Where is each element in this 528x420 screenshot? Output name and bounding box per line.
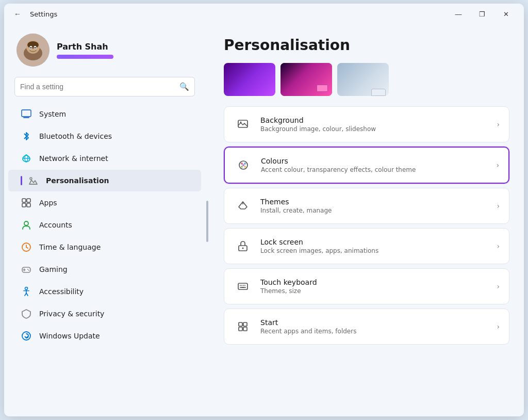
sidebar-item-gaming[interactable]: Gaming: [8, 259, 201, 280]
themes-chevron: ›: [497, 202, 500, 210]
scrollbar-thumb: [206, 201, 208, 242]
setting-card-background: Background Background image, colour, sli…: [224, 106, 509, 142]
window-controls: — ❐ ✕: [447, 5, 518, 23]
background-text: Background Background image, colour, sli…: [260, 116, 488, 133]
setting-card-themes: Themes Install, create, manage ›: [224, 188, 509, 224]
start-desc: Recent apps and items, folders: [260, 328, 488, 335]
setting-row-background[interactable]: Background Background image, colour, sli…: [224, 107, 509, 142]
apps-icon: [21, 197, 32, 208]
time-icon: [21, 241, 32, 253]
colours-icon: [234, 156, 253, 174]
sidebar-item-time[interactable]: Time & language: [8, 236, 201, 258]
sidebar-item-accounts[interactable]: Accounts: [8, 214, 201, 236]
svg-rect-8: [22, 110, 31, 117]
setting-card-lock-screen: Lock screen Lock screen images, apps, an…: [224, 228, 509, 264]
avatar: [16, 34, 50, 67]
sidebar-item-personalisation[interactable]: Personalisation: [8, 170, 201, 191]
settings-window: ← Settings — ❐ ✕: [4, 4, 524, 416]
close-button[interactable]: ✕: [494, 5, 518, 23]
setting-card-start: Start Recent apps and items, folders ›: [224, 309, 509, 345]
settings-list: Background Background image, colour, sli…: [224, 106, 509, 345]
active-indicator: [21, 176, 22, 185]
thumb-mini-bar: [371, 89, 386, 96]
svg-point-6: [30, 47, 32, 49]
accounts-icon: [21, 219, 32, 231]
sidebar-item-network[interactable]: Network & internet: [8, 148, 201, 169]
gaming-icon: [21, 264, 32, 275]
search-input[interactable]: [20, 83, 179, 91]
touch-keyboard-desc: Themes, size: [260, 287, 488, 295]
theme-thumb-blue[interactable]: [337, 63, 389, 96]
svg-point-43: [242, 248, 244, 249]
colours-text: Colours Accent colour, transparency effe…: [261, 157, 488, 173]
lock-screen-desc: Lock screen images, apps, animations: [260, 247, 488, 254]
user-name: Parth Shah: [57, 42, 113, 52]
search-icon: 🔍: [179, 82, 189, 91]
background-name: Background: [260, 116, 488, 124]
back-button[interactable]: ←: [10, 7, 25, 21]
system-icon: [21, 108, 32, 120]
svg-rect-53: [243, 322, 247, 326]
minimize-button[interactable]: —: [447, 5, 470, 23]
maximize-button[interactable]: ❐: [470, 5, 494, 23]
content-area: Personalisation Background Background im…: [209, 24, 524, 416]
setting-card-colours: Colours Accent colour, transparency effe…: [224, 147, 509, 184]
sidebar-item-apps[interactable]: Apps: [8, 192, 201, 214]
themes-text: Themes Install, create, manage: [260, 198, 488, 214]
theme-thumb-purple[interactable]: [224, 63, 275, 96]
background-chevron: ›: [497, 120, 500, 128]
lock-screen-text: Lock screen Lock screen images, apps, an…: [260, 238, 488, 254]
svg-rect-52: [239, 322, 242, 326]
sidebar-item-privacy[interactable]: Privacy & security: [8, 303, 201, 325]
network-icon: [21, 153, 32, 164]
nav-label-accessibility: Accessibility: [39, 287, 84, 296]
user-profile[interactable]: Parth Shah: [4, 24, 205, 75]
colours-chevron: ›: [496, 161, 499, 169]
personalisation-icon: [27, 175, 39, 186]
touch-keyboard-chevron: ›: [497, 282, 500, 290]
windows-update-icon: [21, 330, 32, 342]
svg-rect-15: [27, 199, 30, 202]
background-icon: [234, 115, 252, 134]
setting-row-colours[interactable]: Colours Accent colour, transparency effe…: [225, 148, 508, 183]
touch-keyboard-name: Touch keyboard: [260, 278, 488, 286]
user-progress-bar: [57, 55, 113, 59]
sidebar-item-accessibility[interactable]: Accessibility: [8, 281, 201, 302]
lock-screen-name: Lock screen: [260, 238, 488, 246]
nav-label-bluetooth: Bluetooth & devices: [39, 132, 112, 140]
lock-screen-icon: [234, 237, 252, 255]
theme-thumb-pink[interactable]: [280, 63, 332, 96]
svg-point-38: [241, 166, 243, 168]
sidebar-scrollbar[interactable]: [205, 24, 209, 416]
svg-point-26: [28, 270, 29, 271]
setting-row-touch-keyboard[interactable]: Touch keyboard Themes, size ›: [224, 269, 509, 304]
svg-rect-14: [22, 199, 26, 202]
setting-row-themes[interactable]: Themes Install, create, manage ›: [224, 188, 509, 223]
privacy-icon: [21, 308, 32, 319]
svg-point-32: [22, 332, 30, 340]
themes-desc: Install, create, manage: [260, 207, 488, 214]
setting-row-start[interactable]: Start Recent apps and items, folders ›: [224, 309, 509, 344]
setting-card-touch-keyboard: Touch keyboard Themes, size ›: [224, 268, 509, 304]
theme-thumbnails: [224, 63, 509, 96]
nav-label-privacy: Privacy & security: [39, 310, 104, 318]
titlebar-left: ← Settings: [10, 7, 57, 21]
sidebar: Parth Shah 🔍 System Bluetooth & devices …: [4, 24, 205, 416]
main-area: Parth Shah 🔍 System Bluetooth & devices …: [4, 24, 524, 416]
nav-label-apps: Apps: [39, 199, 57, 207]
window-title: Settings: [30, 10, 57, 18]
svg-line-21: [26, 247, 28, 248]
sidebar-item-bluetooth[interactable]: Bluetooth & devices: [8, 125, 201, 147]
background-desc: Background image, colour, slideshow: [260, 125, 488, 133]
svg-rect-54: [239, 327, 242, 331]
svg-point-18: [24, 221, 28, 225]
svg-point-13: [30, 177, 32, 180]
lock-screen-chevron: ›: [497, 242, 500, 250]
svg-point-7: [35, 47, 36, 49]
search-box[interactable]: 🔍: [14, 77, 195, 96]
svg-line-31: [26, 293, 28, 296]
sidebar-item-windows-update[interactable]: Windows Update: [8, 325, 201, 347]
setting-row-lock-screen[interactable]: Lock screen Lock screen images, apps, an…: [224, 229, 509, 264]
sidebar-item-system[interactable]: System: [8, 103, 201, 125]
start-text: Start Recent apps and items, folders: [260, 318, 488, 335]
